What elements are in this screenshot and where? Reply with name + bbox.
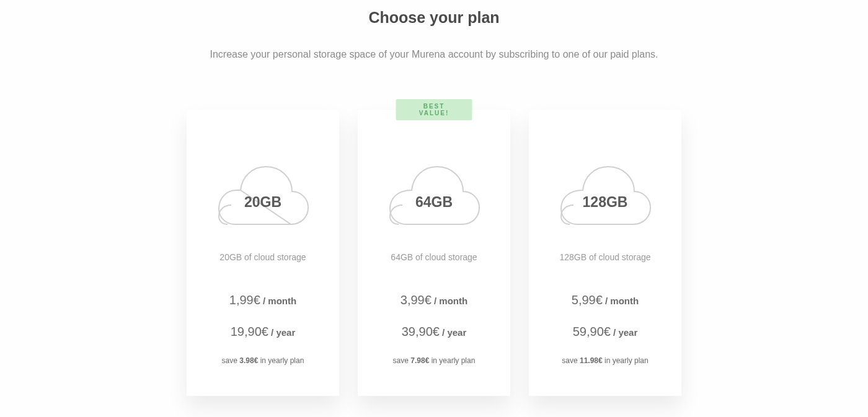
save-amount: 3.98€ — [239, 356, 258, 365]
yearly-price-row: 59,90€ / year — [541, 325, 669, 339]
yearly-price-row: 19,90€ / year — [199, 325, 327, 339]
save-suffix: in yearly plan — [603, 356, 649, 365]
monthly-price: 3,99€ — [401, 293, 432, 307]
save-amount: 7.98€ — [410, 356, 429, 365]
save-text: save 11.98€ in yearly plan — [541, 356, 669, 365]
yearly-price-row: 39,90€ / year — [370, 325, 498, 339]
storage-description: 64GB of cloud storage — [370, 252, 498, 262]
storage-size: 64GB — [415, 194, 453, 211]
save-prefix: save — [222, 356, 240, 365]
yearly-period: / year — [611, 327, 637, 338]
cloud-icon — [216, 159, 309, 227]
storage-size: 20GB — [244, 194, 281, 211]
monthly-price: 1,99€ — [229, 293, 260, 307]
plan-card-64gb[interactable]: BEST VALUE! 64GB 64GB of cloud storage 3… — [358, 110, 510, 396]
plan-card-128gb[interactable]: 128GB 128GB of cloud storage 5,99€ / mon… — [529, 110, 681, 396]
yearly-period: / year — [440, 327, 466, 338]
page-subtitle: Increase your personal storage space of … — [93, 49, 775, 60]
cloud-icon — [388, 159, 480, 227]
storage-description: 20GB of cloud storage — [199, 252, 327, 262]
save-prefix: save — [562, 356, 580, 365]
cloud-illustration: 20GB — [199, 159, 327, 227]
storage-size: 128GB — [583, 194, 628, 211]
save-text: save 7.98€ in yearly plan — [370, 356, 498, 365]
best-value-badge: BEST VALUE! — [396, 99, 472, 120]
monthly-period: / month — [260, 296, 296, 306]
monthly-period: / month — [432, 296, 467, 306]
monthly-price-row: 3,99€ / month — [370, 293, 498, 307]
yearly-price: 59,90€ — [573, 325, 611, 338]
plans-row: 20GB 20GB of cloud storage 1,99€ / month… — [93, 110, 775, 396]
save-amount: 11.98€ — [580, 356, 603, 365]
page-title: Choose your plan — [93, 9, 775, 27]
save-suffix: in yearly plan — [258, 356, 304, 365]
plan-card-20gb[interactable]: 20GB 20GB of cloud storage 1,99€ / month… — [187, 110, 339, 396]
save-text: save 3.98€ in yearly plan — [199, 356, 327, 365]
monthly-period: / month — [603, 296, 639, 306]
yearly-price: 39,90€ — [402, 325, 440, 338]
storage-description: 128GB of cloud storage — [541, 252, 669, 262]
save-suffix: in yearly plan — [429, 356, 475, 365]
monthly-price-row: 5,99€ / month — [541, 293, 669, 307]
yearly-price: 19,90€ — [231, 325, 268, 338]
save-prefix: save — [393, 356, 411, 365]
cloud-illustration: 128GB — [541, 159, 669, 227]
cloud-icon — [559, 159, 652, 227]
monthly-price: 5,99€ — [572, 293, 603, 307]
cloud-illustration: 64GB — [370, 159, 498, 227]
page-header: Choose your plan Increase your personal … — [93, 9, 775, 60]
yearly-period: / year — [268, 327, 295, 338]
monthly-price-row: 1,99€ / month — [199, 293, 327, 307]
